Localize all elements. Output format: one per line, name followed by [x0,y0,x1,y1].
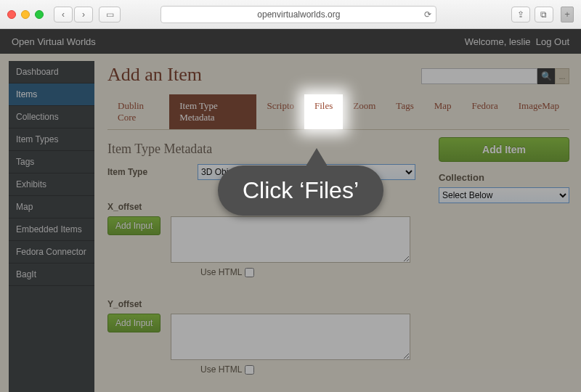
admin-sidebar: DashboardItemsCollectionsItem TypesTagsE… [9,61,94,392]
url-text: openvirtualworlds.org [257,9,340,20]
field-label: X_offset [107,202,426,212]
window-controls [7,10,44,19]
main-panel: Add an Item 🔍 ... Dublin CoreItem Type M… [94,54,581,392]
tab-scripto[interactable]: Scripto [256,94,304,129]
collection-select[interactable]: Select Below [439,187,569,203]
add-input-button[interactable]: Add Input [107,314,161,332]
tab-map[interactable]: Map [424,94,462,129]
sidebar-item-bagit[interactable]: BagIt [9,264,94,286]
sidebar-item-item-types[interactable]: Item Types [9,128,94,151]
tab-tags[interactable]: Tags [386,94,423,129]
sidebar-item-fedora-connector[interactable]: Fedora Connector [9,241,94,264]
collection-heading: Collection [439,172,569,183]
new-tab-button[interactable]: + [561,7,574,23]
section-heading: Item Type Metadata [107,142,426,157]
sidebar-item-items[interactable]: Items [9,83,94,106]
add-input-button[interactable]: Add Input [107,216,161,235]
use-html-checkbox[interactable] [245,268,254,277]
minimize-window-icon[interactable] [21,10,30,19]
welcome-text: Welcome, [465,36,507,47]
sidebar-item-map[interactable]: Map [9,196,94,219]
tab-files[interactable]: Files [304,94,343,129]
close-window-icon[interactable] [7,10,16,19]
sidebar-item-exhibits[interactable]: Exhibits [9,173,94,196]
reload-icon[interactable]: ⟳ [424,9,431,20]
field-textarea[interactable] [171,314,410,360]
username-link[interactable]: leslie [509,36,531,47]
tab-dublin-core[interactable]: Dublin Core [107,94,169,129]
item-tabs: Dublin CoreItem Type MetadataScriptoFile… [107,94,569,130]
browser-chrome: ‹ › ▭ openvirtualworlds.org ⟳ ⇪ ⧉ + [0,0,581,29]
zoom-window-icon[interactable] [35,10,44,19]
search-group: 🔍 ... [421,68,569,84]
share-icon[interactable]: ⇪ [511,7,530,23]
field-label: Y_offset [107,299,426,309]
field-block-x_offset: X_offsetAdd InputUse HTML [107,202,426,277]
back-button[interactable]: ‹ [54,7,73,23]
page-title: Add an Item [107,64,202,86]
forward-button[interactable]: › [74,7,93,23]
app-topbar: Open Virtual Worlds Welcome, leslie Log … [0,29,581,54]
search-options-button[interactable]: ... [555,68,569,84]
use-html-toggle[interactable]: Use HTML [200,364,426,375]
brand[interactable]: Open Virtual Worlds [12,36,96,47]
tab-fedora[interactable]: Fedora [462,94,508,129]
sidebar-item-collections[interactable]: Collections [9,106,94,128]
item-type-label: Item Type [107,164,187,177]
logout-link[interactable]: Log Out [536,36,569,47]
address-bar[interactable]: openvirtualworlds.org ⟳ [161,6,436,23]
item-type-select[interactable]: 3D Object [198,164,415,180]
tabs-icon[interactable]: ⧉ [535,7,553,23]
sidebar-toggle-icon[interactable]: ▭ [99,7,121,23]
search-icon: 🔍 [541,71,552,81]
use-html-toggle[interactable]: Use HTML [200,267,426,277]
sidebar-item-embedded-items[interactable]: Embedded Items [9,219,94,241]
tab-imagemap[interactable]: ImageMap [508,94,569,129]
sidebar-item-dashboard[interactable]: Dashboard [9,61,94,83]
sidebar-item-tags[interactable]: Tags [9,151,94,173]
add-item-button[interactable]: Add Item [439,137,569,162]
field-textarea[interactable] [171,216,410,263]
search-button[interactable]: 🔍 [537,68,555,84]
field-block-y_offset: Y_offsetAdd InputUse HTML [107,299,426,375]
search-input[interactable] [421,68,537,84]
use-html-checkbox[interactable] [245,365,254,375]
tab-zoom[interactable]: Zoom [343,94,386,129]
tab-item-type-metadata[interactable]: Item Type Metadata [169,94,256,129]
